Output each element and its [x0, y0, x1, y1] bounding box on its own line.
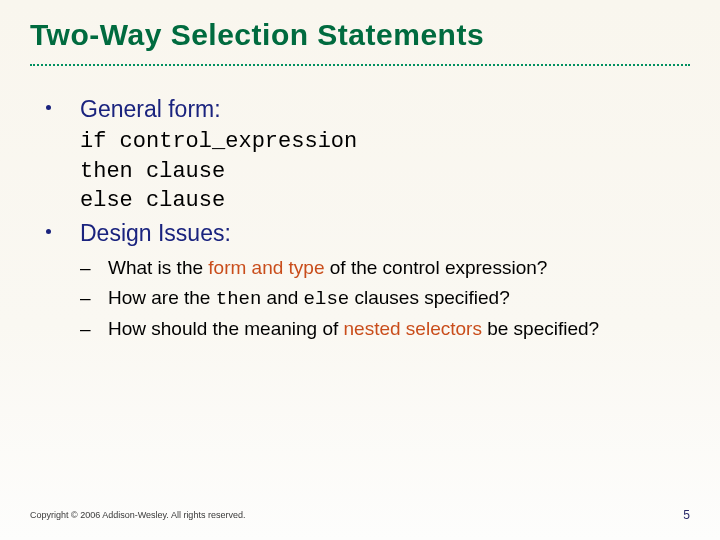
- dash-icon: –: [80, 285, 91, 311]
- sub-item-3: – How should the meaning of nested selec…: [70, 316, 690, 342]
- q1-highlight: form and type: [208, 257, 324, 278]
- q2-else: else: [304, 288, 350, 310]
- copyright-text: Copyright © 2006 Addison-Wesley. All rig…: [30, 510, 245, 520]
- q3-highlight: nested selectors: [344, 318, 482, 339]
- dash-icon: –: [80, 316, 91, 342]
- q1-part-b: of the control expression?: [325, 257, 548, 278]
- divider: [30, 64, 690, 66]
- code-line-1: if control_expression: [80, 129, 357, 154]
- q2-mid: and: [261, 287, 303, 308]
- q2-part-b: clauses specified?: [349, 287, 510, 308]
- bullet-icon: [46, 105, 51, 110]
- q2-then: then: [216, 288, 262, 310]
- general-form-label: General form:: [80, 96, 221, 122]
- design-issues-label: Design Issues:: [80, 220, 231, 246]
- main-list-2: Design Issues:: [40, 218, 690, 249]
- sub-item-2: – How are the then and else clauses spec…: [70, 285, 690, 313]
- dash-icon: –: [80, 255, 91, 281]
- code-line-2: then clause: [80, 159, 225, 184]
- sub-item-1: – What is the form and type of the contr…: [70, 255, 690, 281]
- q1-part-a: What is the: [108, 257, 208, 278]
- q3-part-b: be specified?: [482, 318, 599, 339]
- code-line-3: else clause: [80, 188, 225, 213]
- slide: Two-Way Selection Statements General for…: [0, 0, 720, 540]
- bullet-icon: [46, 229, 51, 234]
- slide-title: Two-Way Selection Statements: [30, 18, 690, 52]
- q2-part-a: How are the: [108, 287, 216, 308]
- page-number: 5: [683, 508, 690, 522]
- main-list: General form:: [40, 94, 690, 125]
- sub-list: – What is the form and type of the contr…: [70, 255, 690, 342]
- bullet-design-issues: Design Issues:: [40, 218, 690, 249]
- q3-part-a: How should the meaning of: [108, 318, 344, 339]
- code-block: if control_expression then clause else c…: [80, 127, 690, 216]
- bullet-general-form: General form:: [40, 94, 690, 125]
